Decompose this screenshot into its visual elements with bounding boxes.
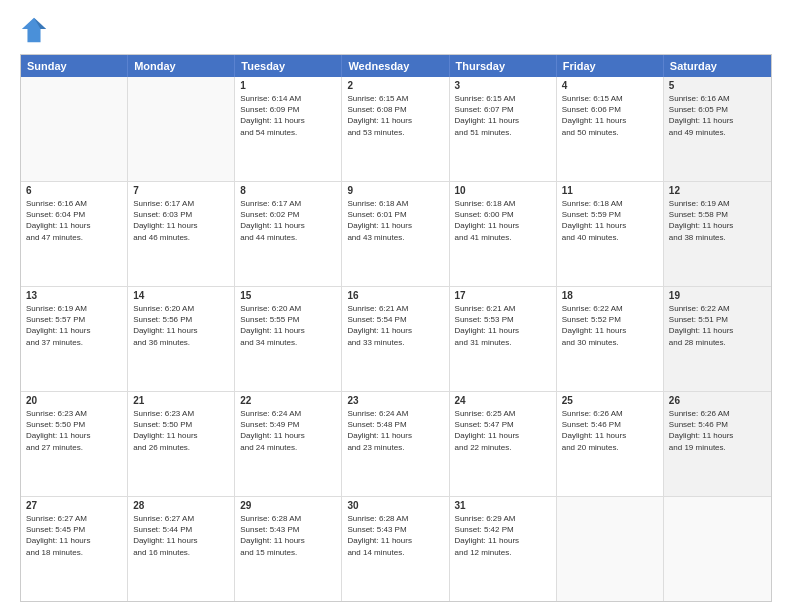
calendar-cell-13: 13Sunrise: 6:19 AMSunset: 5:57 PMDayligh… xyxy=(21,287,128,391)
cell-line: Daylight: 11 hours xyxy=(669,115,766,126)
calendar-cell-empty-4-6 xyxy=(664,497,771,601)
calendar-cell-4: 4Sunrise: 6:15 AMSunset: 6:06 PMDaylight… xyxy=(557,77,664,181)
day-number: 3 xyxy=(455,80,551,91)
cell-line: and 20 minutes. xyxy=(562,442,658,453)
cell-line: and 34 minutes. xyxy=(240,337,336,348)
cell-line: Sunset: 5:48 PM xyxy=(347,419,443,430)
day-number: 27 xyxy=(26,500,122,511)
cell-line: Daylight: 11 hours xyxy=(562,115,658,126)
cell-line: Sunset: 6:03 PM xyxy=(133,209,229,220)
logo xyxy=(20,16,52,44)
calendar-row-1: 6Sunrise: 6:16 AMSunset: 6:04 PMDaylight… xyxy=(21,181,771,286)
cell-line: Sunset: 5:46 PM xyxy=(562,419,658,430)
cell-line: and 38 minutes. xyxy=(669,232,766,243)
cell-line: and 47 minutes. xyxy=(26,232,122,243)
cell-line: Daylight: 11 hours xyxy=(455,430,551,441)
cell-line: Sunset: 5:55 PM xyxy=(240,314,336,325)
calendar-cell-24: 24Sunrise: 6:25 AMSunset: 5:47 PMDayligh… xyxy=(450,392,557,496)
calendar-cell-25: 25Sunrise: 6:26 AMSunset: 5:46 PMDayligh… xyxy=(557,392,664,496)
cell-line: Sunset: 5:47 PM xyxy=(455,419,551,430)
cell-line: Sunset: 6:00 PM xyxy=(455,209,551,220)
cell-line: Daylight: 11 hours xyxy=(26,220,122,231)
cell-line: Sunrise: 6:25 AM xyxy=(455,408,551,419)
cell-line: Sunset: 6:05 PM xyxy=(669,104,766,115)
calendar-cell-8: 8Sunrise: 6:17 AMSunset: 6:02 PMDaylight… xyxy=(235,182,342,286)
cell-line: Sunset: 5:43 PM xyxy=(240,524,336,535)
cell-line: and 43 minutes. xyxy=(347,232,443,243)
cell-line: Daylight: 11 hours xyxy=(669,220,766,231)
cell-line: Sunrise: 6:26 AM xyxy=(562,408,658,419)
cell-line: Sunrise: 6:19 AM xyxy=(669,198,766,209)
calendar-cell-26: 26Sunrise: 6:26 AMSunset: 5:46 PMDayligh… xyxy=(664,392,771,496)
day-number: 30 xyxy=(347,500,443,511)
cell-line: and 49 minutes. xyxy=(669,127,766,138)
cell-line: and 26 minutes. xyxy=(133,442,229,453)
cell-line: and 16 minutes. xyxy=(133,547,229,558)
cell-line: Sunset: 6:04 PM xyxy=(26,209,122,220)
cell-line: Sunrise: 6:28 AM xyxy=(347,513,443,524)
cell-line: Daylight: 11 hours xyxy=(455,115,551,126)
weekday-header-wednesday: Wednesday xyxy=(342,55,449,77)
cell-line: Sunset: 5:49 PM xyxy=(240,419,336,430)
cell-line: Sunset: 5:58 PM xyxy=(669,209,766,220)
cell-line: Sunset: 6:01 PM xyxy=(347,209,443,220)
cell-line: and 41 minutes. xyxy=(455,232,551,243)
cell-line: Daylight: 11 hours xyxy=(562,220,658,231)
calendar-cell-19: 19Sunrise: 6:22 AMSunset: 5:51 PMDayligh… xyxy=(664,287,771,391)
day-number: 17 xyxy=(455,290,551,301)
cell-line: Sunrise: 6:16 AM xyxy=(26,198,122,209)
cell-line: and 31 minutes. xyxy=(455,337,551,348)
calendar-row-3: 20Sunrise: 6:23 AMSunset: 5:50 PMDayligh… xyxy=(21,391,771,496)
calendar-cell-12: 12Sunrise: 6:19 AMSunset: 5:58 PMDayligh… xyxy=(664,182,771,286)
calendar-cell-23: 23Sunrise: 6:24 AMSunset: 5:48 PMDayligh… xyxy=(342,392,449,496)
calendar-cell-empty-4-5 xyxy=(557,497,664,601)
cell-line: Sunset: 6:07 PM xyxy=(455,104,551,115)
day-number: 25 xyxy=(562,395,658,406)
cell-line: Sunrise: 6:14 AM xyxy=(240,93,336,104)
calendar-cell-18: 18Sunrise: 6:22 AMSunset: 5:52 PMDayligh… xyxy=(557,287,664,391)
cell-line: and 27 minutes. xyxy=(26,442,122,453)
calendar-cell-29: 29Sunrise: 6:28 AMSunset: 5:43 PMDayligh… xyxy=(235,497,342,601)
calendar-cell-empty-0-1 xyxy=(128,77,235,181)
cell-line: Daylight: 11 hours xyxy=(133,220,229,231)
cell-line: Sunrise: 6:23 AM xyxy=(133,408,229,419)
cell-line: Sunrise: 6:18 AM xyxy=(562,198,658,209)
weekday-header-friday: Friday xyxy=(557,55,664,77)
calendar-cell-15: 15Sunrise: 6:20 AMSunset: 5:55 PMDayligh… xyxy=(235,287,342,391)
day-number: 26 xyxy=(669,395,766,406)
cell-line: Daylight: 11 hours xyxy=(347,220,443,231)
cell-line: Daylight: 11 hours xyxy=(347,430,443,441)
day-number: 13 xyxy=(26,290,122,301)
cell-line: Sunrise: 6:29 AM xyxy=(455,513,551,524)
calendar-cell-10: 10Sunrise: 6:18 AMSunset: 6:00 PMDayligh… xyxy=(450,182,557,286)
cell-line: Sunrise: 6:27 AM xyxy=(133,513,229,524)
day-number: 9 xyxy=(347,185,443,196)
weekday-header-tuesday: Tuesday xyxy=(235,55,342,77)
cell-line: Sunset: 5:56 PM xyxy=(133,314,229,325)
calendar-cell-14: 14Sunrise: 6:20 AMSunset: 5:56 PMDayligh… xyxy=(128,287,235,391)
cell-line: and 46 minutes. xyxy=(133,232,229,243)
cell-line: Daylight: 11 hours xyxy=(455,220,551,231)
day-number: 2 xyxy=(347,80,443,91)
cell-line: Daylight: 11 hours xyxy=(240,220,336,231)
cell-line: Sunrise: 6:17 AM xyxy=(133,198,229,209)
calendar-cell-28: 28Sunrise: 6:27 AMSunset: 5:44 PMDayligh… xyxy=(128,497,235,601)
calendar-cell-7: 7Sunrise: 6:17 AMSunset: 6:03 PMDaylight… xyxy=(128,182,235,286)
cell-line: Sunrise: 6:24 AM xyxy=(347,408,443,419)
cell-line: Daylight: 11 hours xyxy=(669,430,766,441)
cell-line: Daylight: 11 hours xyxy=(133,535,229,546)
day-number: 8 xyxy=(240,185,336,196)
cell-line: Sunset: 5:46 PM xyxy=(669,419,766,430)
cell-line: and 54 minutes. xyxy=(240,127,336,138)
cell-line: Sunset: 5:45 PM xyxy=(26,524,122,535)
svg-marker-0 xyxy=(22,18,46,42)
cell-line: Daylight: 11 hours xyxy=(562,430,658,441)
cell-line: and 28 minutes. xyxy=(669,337,766,348)
day-number: 31 xyxy=(455,500,551,511)
calendar-cell-31: 31Sunrise: 6:29 AMSunset: 5:42 PMDayligh… xyxy=(450,497,557,601)
cell-line: Daylight: 11 hours xyxy=(455,325,551,336)
cell-line: Sunrise: 6:24 AM xyxy=(240,408,336,419)
calendar-cell-empty-0-0 xyxy=(21,77,128,181)
day-number: 15 xyxy=(240,290,336,301)
cell-line: Daylight: 11 hours xyxy=(347,535,443,546)
